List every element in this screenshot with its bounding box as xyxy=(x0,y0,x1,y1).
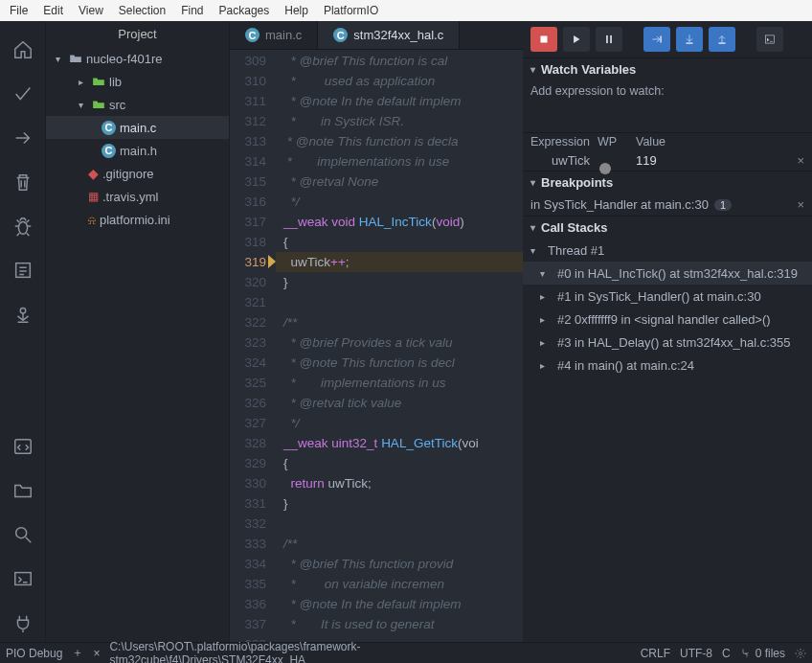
watch-headers: ExpressionWPValue xyxy=(523,132,812,150)
tree-root[interactable]: ▾ nucleo-f401re xyxy=(46,47,229,70)
svg-rect-6 xyxy=(541,36,548,43)
svg-point-0 xyxy=(18,221,27,234)
close-icon[interactable]: × xyxy=(797,153,804,168)
sidebar-title: Project xyxy=(46,21,229,47)
stack-frame[interactable]: ▸#2 0xfffffff9 in <signal handler called… xyxy=(523,308,812,331)
watch-row[interactable]: uwTick 119 × xyxy=(523,150,812,171)
status-close-icon[interactable]: × xyxy=(93,647,100,660)
menubar: File Edit View Selection Find Packages H… xyxy=(0,0,812,21)
status-eol[interactable]: CRLF xyxy=(641,647,670,660)
bp-count-badge: 1 xyxy=(714,199,732,211)
search-icon[interactable] xyxy=(0,515,45,554)
console-button[interactable] xyxy=(756,27,783,52)
step-out-button[interactable] xyxy=(709,27,735,52)
tree-root-label: nucleo-f401re xyxy=(86,52,163,66)
menu-find[interactable]: Find xyxy=(175,2,209,19)
svg-rect-10 xyxy=(687,43,693,44)
home-icon[interactable] xyxy=(0,31,45,69)
stack-frame[interactable]: ▸#3 in HAL_Delay() at stm32f4xx_hal.c:35… xyxy=(523,331,812,354)
svg-rect-3 xyxy=(14,440,31,454)
tree-mainc[interactable]: C main.c xyxy=(46,116,229,139)
svg-rect-7 xyxy=(606,35,608,43)
watch-name: uwTick xyxy=(530,153,598,168)
menu-help[interactable]: Help xyxy=(279,2,314,19)
svg-rect-11 xyxy=(719,43,726,44)
trash-icon[interactable] xyxy=(0,163,45,201)
callstack-section[interactable]: ▾Call Stacks xyxy=(523,216,812,239)
c-file-icon: C xyxy=(333,28,348,42)
arrow-right-icon[interactable] xyxy=(0,119,45,157)
status-git-icon[interactable]: 0 files xyxy=(740,647,785,660)
tree-src[interactable]: ▾ src xyxy=(46,93,229,116)
plug-icon[interactable] xyxy=(0,604,45,642)
watch-section[interactable]: ▾Watch Variables xyxy=(523,57,812,80)
tree-lib[interactable]: ▸ lib xyxy=(46,70,229,93)
menu-selection[interactable]: Selection xyxy=(113,2,171,19)
svg-rect-9 xyxy=(661,36,662,43)
terminal-icon[interactable] xyxy=(0,560,45,598)
step-into-button[interactable] xyxy=(676,27,703,52)
activity-bar xyxy=(0,21,46,642)
settings-icon[interactable] xyxy=(795,648,806,659)
watch-value: 119 xyxy=(636,153,797,168)
svg-point-13 xyxy=(800,652,802,654)
status-path: C:\Users\ROOT\.platformio\packages\frame… xyxy=(109,640,540,664)
c-file-icon: C xyxy=(245,28,259,42)
stack-frame[interactable]: ▸#4 in main() at main.c:24 xyxy=(523,354,812,377)
thread-row[interactable]: ▾Thread #1 xyxy=(523,239,812,262)
status-bar: PIO Debug ＋ × C:\Users\ROOT\.platformio\… xyxy=(0,642,812,663)
status-plus-icon[interactable]: ＋ xyxy=(72,645,83,661)
menu-edit[interactable]: Edit xyxy=(37,2,69,19)
code-icon[interactable] xyxy=(0,427,45,466)
menu-platformio[interactable]: PlatformIO xyxy=(318,2,384,19)
breakpoints-section[interactable]: ▾Breakpoints xyxy=(523,171,812,194)
git-icon: ◆ xyxy=(88,166,99,181)
c-file-icon: C xyxy=(102,121,116,135)
svg-point-2 xyxy=(20,309,26,314)
bug-icon[interactable] xyxy=(0,207,45,245)
sidebar: Project ▾ nucleo-f401re ▸ lib ▾ src C ma… xyxy=(46,21,230,642)
svg-point-4 xyxy=(15,528,26,538)
breakpoint-row[interactable]: in SysTick_Handler at main.c:30 1 × xyxy=(523,194,812,216)
tree-pio[interactable]: ⍾ platformio.ini xyxy=(46,208,229,231)
status-mode[interactable]: PIO Debug xyxy=(6,647,62,660)
tasks-icon[interactable] xyxy=(0,251,45,289)
check-icon[interactable] xyxy=(0,75,45,113)
menu-view[interactable]: View xyxy=(73,2,109,19)
tree-mainh[interactable]: C main.h xyxy=(46,139,229,162)
code-view[interactable]: 3093103113123133143153163173183193203213… xyxy=(230,50,523,642)
debug-icon[interactable] xyxy=(0,295,45,333)
stop-button[interactable] xyxy=(530,27,557,52)
pio-icon: ⍾ xyxy=(88,213,96,227)
menu-packages[interactable]: Packages xyxy=(214,2,276,19)
stack-frame[interactable]: ▾#0 in HAL_IncTick() at stm32f4xx_hal.c:… xyxy=(523,262,812,285)
pause-button[interactable] xyxy=(596,27,622,52)
tab-mainc[interactable]: C main.c xyxy=(230,21,318,49)
editor: C main.c C stm32f4xx_hal.c 3093103113123… xyxy=(230,21,523,642)
status-encoding[interactable]: UTF-8 xyxy=(680,647,712,660)
svg-rect-5 xyxy=(14,573,31,585)
tree-gitignore[interactable]: ◆ .gitignore xyxy=(46,162,229,185)
debug-toolbar xyxy=(523,21,812,57)
tab-halc[interactable]: C stm32f4xx_hal.c xyxy=(318,21,460,49)
c-file-icon: C xyxy=(102,144,116,158)
menu-file[interactable]: File xyxy=(4,2,34,19)
svg-rect-12 xyxy=(765,35,774,43)
close-icon[interactable]: × xyxy=(797,197,804,212)
watch-add-field[interactable]: Add expression to watch: xyxy=(523,80,812,103)
step-over-button[interactable] xyxy=(643,27,670,52)
svg-rect-8 xyxy=(610,35,612,43)
folder-icon[interactable] xyxy=(0,471,45,510)
yml-file-icon: ▦ xyxy=(88,190,99,203)
debug-panel: ▾Watch Variables Add expression to watch… xyxy=(523,21,812,642)
stack-frame[interactable]: ▸#1 in SysTick_Handler() at main.c:30 xyxy=(523,285,812,308)
continue-button[interactable] xyxy=(563,27,590,52)
tab-bar: C main.c C stm32f4xx_hal.c xyxy=(230,21,523,50)
status-lang[interactable]: C xyxy=(722,647,731,660)
tree-travis[interactable]: ▦ .travis.yml xyxy=(46,185,229,208)
